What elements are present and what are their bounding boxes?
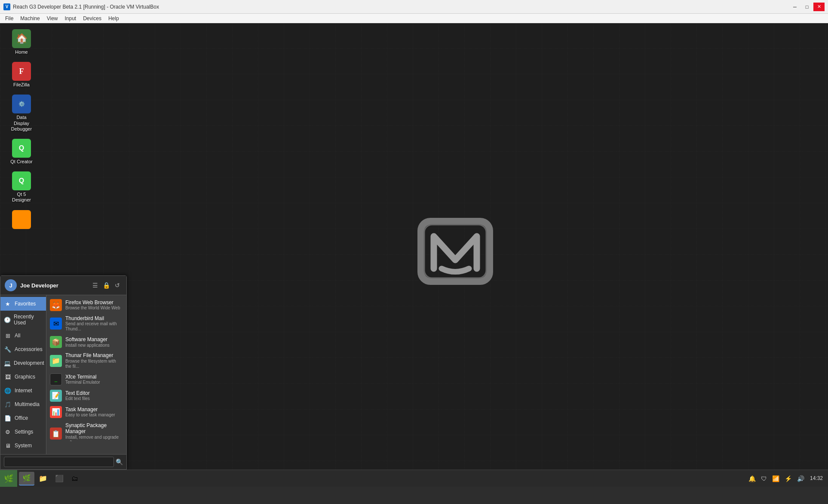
vm-area: 🏠 Home F FileZilla ⚙️ Data Display Debug… (0, 23, 828, 504)
taskbar-app-terminal[interactable]: ⬛ (52, 472, 67, 486)
all-icon: ⊞ (4, 332, 12, 339)
menu-devices[interactable]: Devices (80, 15, 105, 22)
synaptic-desc: Install, remove and upgrade soft... (65, 435, 123, 441)
orange-icon (12, 210, 31, 229)
menu-machine[interactable]: Machine (17, 15, 43, 22)
favorites-icon: ★ (4, 300, 12, 308)
maximize-button[interactable]: □ (801, 3, 813, 11)
tray-volume-icon[interactable]: 🔊 (796, 474, 806, 483)
filezilla-label: FileZilla (13, 82, 30, 88)
cat-graphics[interactable]: 🖼 Graphics (0, 370, 46, 384)
menu-input[interactable]: Input (61, 15, 80, 22)
menu-file[interactable]: File (2, 15, 17, 22)
terminal-desc: Terminal Emulator (65, 380, 100, 385)
accessories-icon: 🔧 (4, 345, 12, 353)
cat-favorites[interactable]: ★ Favorites (0, 297, 46, 311)
desktop: 🏠 Home F FileZilla ⚙️ Data Display Debug… (0, 23, 828, 487)
desktop-icon-ddd[interactable]: ⚙️ Data Display Debugger (6, 93, 37, 134)
taskbar-apps: 🌿 📁 ⬛ 🗂 (17, 472, 744, 486)
window-controls: ─ □ ✕ (789, 3, 825, 11)
tray-network-icon[interactable]: 📶 (771, 474, 781, 483)
app-xfce-terminal[interactable]: _ Xfce Terminal Terminal Emulator (46, 371, 126, 388)
clock-time: 14:32 (810, 475, 823, 481)
tray-notification-icon[interactable]: 🔔 (747, 474, 757, 483)
menu-icon-refresh[interactable]: ↺ (113, 281, 122, 290)
start-button[interactable]: 🌿 (0, 470, 17, 487)
text-editor-desc: Edit text files (65, 396, 90, 401)
synaptic-info: Synaptic Package Manager Install, remove… (65, 422, 123, 441)
start-menu: J Joe Developer ☰ 🔒 ↺ ★ Favorites (0, 275, 127, 470)
office-icon: 📄 (4, 414, 12, 422)
thunar-desc: Browse the filesystem with the fil... (65, 359, 123, 369)
cat-office[interactable]: 📄 Office (0, 411, 46, 425)
menu-help[interactable]: Help (105, 15, 123, 22)
synaptic-icon: 📋 (50, 428, 62, 440)
menu-header: J Joe Developer ☰ 🔒 ↺ (0, 276, 126, 295)
thunar-icon: 📁 (50, 355, 62, 367)
terminal-icon: _ (50, 373, 62, 385)
cat-settings[interactable]: ⚙ Settings (0, 425, 46, 439)
desktop-icon-qt5designer[interactable]: Q Qt 5 Designer (6, 170, 37, 205)
text-editor-info: Text Editor Edit text files (65, 390, 90, 401)
ddd-icon: ⚙️ (12, 95, 31, 113)
menu-icon-lock[interactable]: 🔒 (101, 281, 111, 290)
text-editor-name: Text Editor (65, 390, 90, 396)
desktop-icon-filezilla[interactable]: F FileZilla (6, 60, 37, 89)
terminal-name: Xfce Terminal (65, 374, 100, 380)
cat-internet-label: Internet (15, 388, 32, 394)
terminal-info: Xfce Terminal Terminal Emulator (65, 374, 100, 385)
cat-accessories-label: Accessories (15, 346, 43, 352)
cat-development[interactable]: 💻 Development (0, 356, 46, 370)
app-thunar[interactable]: 📁 Thunar File Manager Browse the filesys… (46, 350, 126, 371)
desktop-icon-home[interactable]: 🏠 Home (6, 27, 37, 57)
qt5designer-label: Qt 5 Designer (8, 192, 35, 203)
close-button[interactable]: ✕ (813, 3, 825, 11)
minimize-button[interactable]: ─ (789, 3, 800, 11)
menu-view[interactable]: View (43, 15, 61, 22)
cat-multimedia[interactable]: 🎵 Multimedia (0, 397, 46, 411)
search-input[interactable] (4, 457, 114, 467)
cat-system[interactable]: 🖥 System (0, 439, 46, 452)
desktop-icon-qtcreator[interactable]: Q Qt Creator (6, 137, 37, 166)
user-avatar: J (5, 279, 17, 291)
firefox-info: Firefox Web Browser Browse the World Wid… (65, 299, 120, 311)
recently-used-icon: 🕐 (4, 316, 11, 324)
search-icon[interactable]: 🔍 (116, 458, 123, 465)
taskbar-app-files[interactable]: 🗂 (68, 472, 82, 486)
synaptic-name: Synaptic Package Manager (65, 422, 123, 435)
cat-internet[interactable]: 🌐 Internet (0, 384, 46, 397)
mint-logo (412, 213, 498, 290)
app-synaptic[interactable]: 📋 Synaptic Package Manager Install, remo… (46, 420, 126, 441)
app-text-editor[interactable]: 📝 Text Editor Edit text files (46, 388, 126, 404)
cat-all[interactable]: ⊞ All (0, 329, 46, 342)
cat-accessories[interactable]: 🔧 Accessories (0, 342, 46, 356)
home-icon: 🏠 (12, 29, 31, 48)
software-manager-icon: 📦 (50, 336, 62, 348)
taskbar-app-folder[interactable]: 📁 (35, 472, 51, 486)
thunderbird-icon: ✉ (50, 318, 62, 330)
task-manager-info: Task Manager Easy to use task manager (65, 406, 115, 418)
app-task-manager[interactable]: 📊 Task Manager Easy to use task manager (46, 404, 126, 420)
vbox-titlebar: V Reach G3 Developer Beta 2.1 [Running] … (0, 0, 828, 14)
menu-icon-list[interactable]: ☰ (90, 281, 100, 290)
software-manager-desc: Install new applications (65, 343, 110, 348)
task-manager-name: Task Manager (65, 406, 115, 412)
username-label: Joe Developer (20, 282, 87, 289)
cat-recently-used-label: Recently Used (14, 314, 43, 326)
app-thunderbird[interactable]: ✉ Thunderbird Mail Send and receive mail… (46, 313, 126, 334)
desktop-icon-orange[interactable] (6, 208, 37, 232)
cat-favorites-label: Favorites (15, 301, 36, 307)
app-firefox[interactable]: 🦊 Firefox Web Browser Browse the World W… (46, 297, 126, 313)
cat-office-label: Office (15, 415, 28, 421)
cat-recently-used[interactable]: 🕐 Recently Used (0, 311, 46, 329)
taskbar-app-mint[interactable]: 🌿 (19, 472, 34, 486)
cat-settings-label: Settings (15, 429, 33, 435)
desktop-icons: 🏠 Home F FileZilla ⚙️ Data Display Debug… (6, 27, 37, 232)
home-label: Home (15, 49, 28, 55)
app-software-manager[interactable]: 📦 Software Manager Install new applicati… (46, 334, 126, 350)
task-manager-icon: 📊 (50, 406, 62, 418)
menu-header-icons: ☰ 🔒 ↺ (90, 281, 122, 290)
task-manager-desc: Easy to use task manager (65, 412, 115, 418)
tray-power-icon[interactable]: ⚡ (783, 474, 793, 483)
tray-shield-icon[interactable]: 🛡 (760, 474, 768, 483)
